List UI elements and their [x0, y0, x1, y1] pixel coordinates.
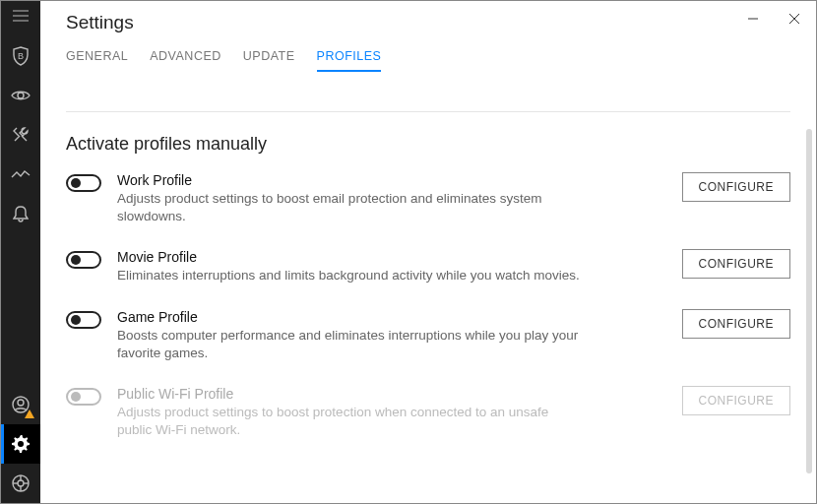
profile-row-public-wifi: Public Wi-Fi Profile Adjusts product set… [66, 386, 790, 439]
tab-profiles[interactable]: PROFILES [317, 49, 382, 71]
sidebar-support-icon[interactable] [1, 464, 40, 503]
profile-row-movie: Movie Profile Eliminates interruptions a… [66, 249, 790, 284]
toggle-movie-profile[interactable] [66, 251, 101, 269]
sidebar-notifications-icon[interactable] [1, 194, 40, 233]
configure-button-work[interactable]: CONFIGURE [682, 172, 791, 202]
profile-row-work: Work Profile Adjusts product settings to… [66, 172, 790, 225]
toggle-game-profile[interactable] [66, 311, 101, 329]
section-title: Activate profiles manually [66, 134, 790, 155]
profile-desc: Boosts computer performance and eliminat… [117, 327, 580, 362]
profile-title: Game Profile [117, 309, 580, 325]
minimize-button[interactable] [741, 7, 765, 31]
profile-title: Movie Profile [117, 249, 580, 265]
sidebar: B [1, 1, 40, 503]
toggle-work-profile[interactable] [66, 174, 101, 192]
alert-badge-icon [25, 410, 34, 418]
svg-point-4 [18, 93, 24, 98]
svg-point-9 [18, 480, 24, 486]
profile-title: Public Wi-Fi Profile [117, 386, 580, 402]
profile-desc: Eliminates interruptions and limits back… [117, 267, 580, 284]
svg-point-7 [19, 442, 24, 447]
configure-button-public-wifi: CONFIGURE [682, 386, 791, 415]
svg-text:B: B [18, 51, 24, 61]
sidebar-tools-icon[interactable] [1, 115, 40, 155]
tab-advanced[interactable]: ADVANCED [150, 49, 221, 71]
main-panel: Settings GENERAL ADVANCED UPDATE PROFILE… [40, 1, 816, 503]
window-controls [741, 7, 806, 31]
app-window: B Settings [0, 0, 817, 504]
sidebar-settings-icon[interactable] [1, 424, 40, 464]
scrollbar[interactable] [806, 129, 812, 473]
sidebar-protection-icon[interactable]: B [1, 36, 40, 76]
close-button[interactable] [783, 7, 806, 31]
profiles-content: Activate profiles manually Work Profile … [40, 112, 816, 483]
sidebar-account-icon[interactable] [1, 385, 40, 424]
configure-button-game[interactable]: CONFIGURE [682, 309, 791, 339]
page-title: Settings [66, 12, 134, 33]
profile-desc: Adjusts product settings to boost email … [117, 190, 580, 225]
profile-desc: Adjusts product settings to boost protec… [117, 404, 580, 439]
titlebar: Settings [40, 1, 816, 44]
hamburger-menu-button[interactable] [1, 1, 40, 31]
profile-title: Work Profile [117, 172, 580, 188]
tab-update[interactable]: UPDATE [243, 49, 295, 71]
sidebar-privacy-icon[interactable] [1, 76, 40, 115]
toggle-public-wifi-profile [66, 388, 101, 406]
sidebar-activity-icon[interactable] [1, 155, 40, 194]
configure-button-movie[interactable]: CONFIGURE [682, 249, 791, 279]
tab-general[interactable]: GENERAL [66, 49, 128, 71]
svg-point-6 [18, 400, 24, 406]
tabs: GENERAL ADVANCED UPDATE PROFILES [40, 44, 816, 72]
profile-row-game: Game Profile Boosts computer performance… [66, 309, 790, 362]
